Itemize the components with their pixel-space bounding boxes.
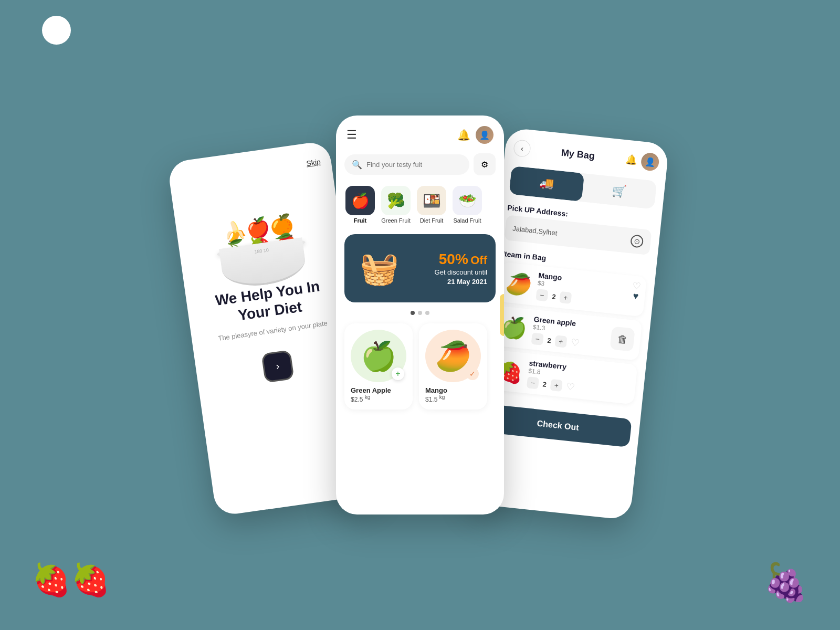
phone-main: ☰ 🔔 👤 🔍 ⚙ 🍎 Fruit	[336, 116, 504, 514]
mango-quantity: 2	[552, 292, 556, 301]
category-salad-fruit[interactable]: 🥗 Salad Fruit	[452, 186, 483, 224]
back-button[interactable]: ‹	[513, 139, 531, 158]
banner-description: Get discount until	[405, 268, 487, 277]
categories-row: 🍎 Fruit 🥦 Green Fruit 🍱 Diet Fruit 🥗 Sal…	[336, 180, 504, 230]
next-button[interactable]: ›	[261, 350, 294, 383]
banner-date: 21 May 2021	[405, 278, 487, 286]
category-diet-fruit-img: 🍱	[417, 186, 446, 215]
mango-item-row: 🥭 Mango $3 − 2 + ♥	[505, 268, 640, 311]
category-fruit-label: Fruit	[354, 217, 366, 224]
category-green-fruit-label: Green Fruit	[381, 217, 411, 224]
product-green-apple-price: $2.5 kg	[351, 394, 406, 403]
filter-icon: ⚙	[481, 160, 488, 170]
strawberry-quantity: 2	[542, 380, 547, 388]
green-apple-quantity: 2	[547, 336, 552, 344]
yellow-ribbon-decoration	[500, 294, 504, 336]
strawberry-decrease-btn[interactable]: −	[527, 376, 539, 389]
menu-icon[interactable]: ☰	[346, 128, 357, 142]
off-label: Off	[470, 254, 487, 267]
banner-text: 50% Off Get discount until 21 May 2021	[405, 251, 487, 285]
strawberry-decoration: 🍓🍓	[32, 561, 110, 598]
location-target-icon[interactable]: ⊙	[630, 234, 644, 248]
green-apple-decrease-btn[interactable]: −	[531, 333, 544, 345]
banner-fruit-image: 🧺	[353, 242, 405, 295]
discount-percentage: 50%	[439, 251, 468, 267]
green-apple-increase-btn[interactable]: +	[555, 335, 568, 348]
banner-dots	[336, 311, 504, 315]
user-avatar[interactable]: 👤	[476, 126, 494, 144]
address-value: Jalabad,Sylhet	[512, 224, 558, 237]
mango-increase-btn[interactable]: +	[559, 291, 572, 304]
products-grid: 🍏 + Green Apple $2.5 kg 🥭 ✓ Mango $1.5 k…	[336, 319, 504, 414]
main-header: ☰ 🔔 👤	[336, 116, 504, 149]
notification-bell-icon[interactable]: 🔔	[457, 129, 470, 141]
green-apple-emoji: 🍏	[500, 314, 529, 341]
search-input[interactable]	[366, 161, 462, 169]
avatar-image: 👤	[476, 126, 494, 144]
product-green-apple-image: 🍏 +	[351, 330, 406, 382]
bag-header-icons: 🔔 👤	[625, 150, 660, 172]
header-icons: 🔔 👤	[457, 126, 494, 144]
phones-container: Skip 🍌🍎🍊🍒🍓🥭 180 10 We Help You In Your D…	[173, 79, 667, 551]
product-mango-image: 🥭 ✓	[425, 330, 481, 382]
white-circle-decoration	[42, 16, 71, 45]
green-apple-heart-icon[interactable]: ♡	[570, 337, 580, 349]
strawberry-item-row: 🍓 strawberry $1.8 − 2 + ♡	[495, 355, 631, 398]
add-green-apple-button[interactable]: +	[392, 368, 404, 380]
dot-3[interactable]	[425, 311, 429, 315]
search-bar: 🔍 ⚙	[344, 153, 496, 175]
category-diet-fruit-label: Diet Fruit	[420, 217, 444, 224]
back-arrow-icon: ‹	[520, 144, 523, 152]
mango-decrease-btn[interactable]: −	[536, 289, 548, 301]
category-salad-fruit-label: Salad Fruit	[453, 217, 481, 224]
strawberry-increase-btn[interactable]: +	[550, 379, 563, 392]
filter-button[interactable]: ⚙	[474, 153, 496, 175]
bag-notification-icon[interactable]: 🔔	[625, 153, 637, 166]
green-apple-info: Green apple $1.3 − 2 + ♡	[531, 315, 607, 352]
mango-emoji: 🥭	[505, 270, 533, 297]
bag-title: My Bag	[534, 144, 622, 164]
items-in-bag-section: Iteam in Bag ♡ 🥭 Mango $3 − 2 +	[479, 244, 657, 414]
delivery-tab-pickup[interactable]: 🛒	[582, 173, 657, 209]
product-mango-name: Mango	[425, 386, 481, 394]
category-fruit[interactable]: 🍎 Fruit	[344, 186, 376, 224]
skip-button[interactable]: Skip	[306, 158, 321, 168]
search-input-wrapper: 🔍	[344, 154, 469, 175]
dot-2[interactable]	[418, 311, 422, 315]
product-mango-price: $1.5 kg	[425, 394, 481, 403]
category-salad-fruit-img: 🥗	[453, 186, 482, 215]
grapes-decoration: 🍇	[763, 561, 808, 604]
category-fruit-img: 🍎	[345, 186, 375, 215]
mango-info: Mango $3 − 2 +	[536, 271, 629, 310]
product-green-apple[interactable]: 🍏 + Green Apple $2.5 kg	[344, 323, 413, 410]
fruit-bowl-image: 🍌🍎🍊🍒🍓🥭 180 10	[200, 173, 318, 292]
strawberry-heart-icon[interactable]: ♡	[566, 381, 575, 393]
delivery-tab-shipping[interactable]: 🚚	[509, 166, 584, 202]
green-apple-delete-button[interactable]: 🗑	[610, 326, 635, 351]
product-mango[interactable]: 🥭 ✓ Mango $1.5 kg	[419, 323, 487, 410]
bag-user-avatar[interactable]: 👤	[640, 152, 659, 172]
banner-discount-text: 50% Off	[405, 251, 487, 268]
category-diet-fruit[interactable]: 🍱 Diet Fruit	[416, 186, 447, 224]
strawberry-info: strawberry $1.8 − 2 + ♡	[527, 359, 631, 398]
search-icon: 🔍	[352, 160, 362, 170]
category-green-fruit-img: 🥦	[381, 186, 411, 215]
mango-check-button[interactable]: ✓	[466, 368, 479, 380]
discount-banner[interactable]: 🧺 50% Off Get discount until 21 May 2021	[344, 234, 496, 302]
product-green-apple-name: Green Apple	[351, 386, 406, 394]
category-green-fruit[interactable]: 🥦 Green Fruit	[380, 186, 412, 224]
green-apple-item-row: 🍏 Green apple $1.3 − 2 + ♡ 🗑	[500, 312, 635, 355]
dot-1[interactable]	[411, 311, 415, 315]
mango-heart-icon[interactable]: ♡	[632, 280, 641, 292]
